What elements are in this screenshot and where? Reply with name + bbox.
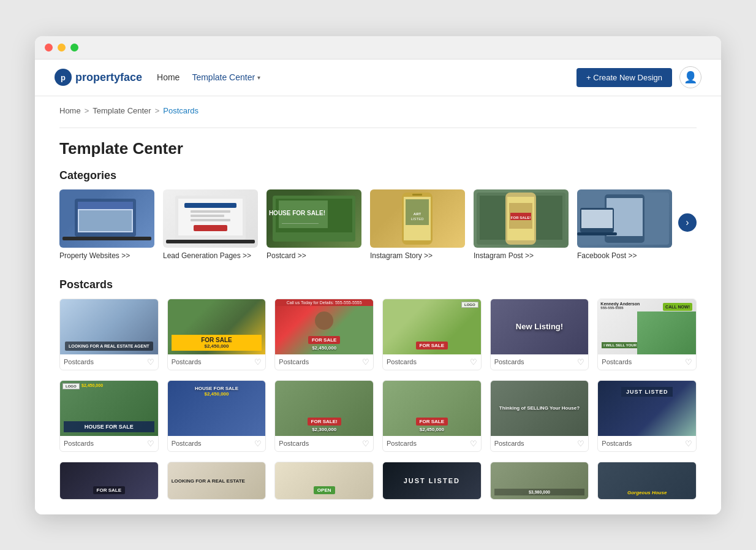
template-footer-3: Postcards ♡ bbox=[275, 354, 373, 370]
template-footer-2: Postcards ♡ bbox=[168, 354, 266, 370]
template-footer-10: Postcards ♡ bbox=[383, 436, 481, 451]
overlay-just-listed-bottom: JUST LISTED bbox=[404, 477, 460, 484]
template-card-14[interactable]: LOOKING FOR A REAL ESTATE bbox=[167, 462, 266, 500]
favorite-icon-5[interactable]: ♡ bbox=[577, 357, 584, 367]
category-lead-generation[interactable]: Lead Generation Pages >> bbox=[163, 189, 258, 260]
nav-home[interactable]: Home bbox=[157, 72, 180, 82]
favorite-icon-8[interactable]: ♡ bbox=[254, 439, 262, 448]
breadcrumb-template-center[interactable]: Template Center bbox=[93, 106, 151, 115]
template-card-13[interactable]: FOR SALE bbox=[59, 462, 159, 500]
favorite-icon-3[interactable]: ♡ bbox=[362, 357, 369, 367]
breadcrumb-sep-1: > bbox=[85, 106, 89, 115]
template-card-4[interactable]: LOGO FOR SALE Postcards ♡ bbox=[382, 299, 482, 370]
category-instagram-post[interactable]: FOR SALE! Instagram Post >> bbox=[474, 189, 569, 260]
template-card-7[interactable]: LOGO $2,450,000 HOUSE FOR SALE Postcards… bbox=[59, 380, 159, 452]
favorite-icon-12[interactable]: ♡ bbox=[685, 439, 692, 448]
overlay-new-listing: New Listing! bbox=[516, 322, 563, 331]
template-card-10[interactable]: FOR SALE $2,450,000 Postcards ♡ bbox=[382, 380, 482, 452]
category-property-websites[interactable]: Property Websites >> bbox=[59, 189, 154, 260]
template-card-1[interactable]: LOOKING FOR A REAL ESTATE AGENT Postcard… bbox=[59, 299, 159, 370]
favorite-icon-4[interactable]: ♡ bbox=[470, 357, 477, 367]
svg-rect-10 bbox=[191, 219, 230, 221]
template-label-11: Postcards bbox=[494, 440, 524, 447]
template-footer-11: Postcards ♡ bbox=[491, 436, 589, 451]
template-card-15[interactable]: OPEN bbox=[274, 462, 374, 500]
logo[interactable]: p propertyface bbox=[55, 69, 142, 86]
browser-titlebar bbox=[35, 36, 721, 59]
favorite-icon-1[interactable]: ♡ bbox=[147, 357, 154, 367]
favorite-icon-10[interactable]: ♡ bbox=[470, 439, 477, 448]
svg-rect-35 bbox=[581, 210, 613, 228]
overlay-looking-agent: LOOKING FOR A REAL ESTATE AGENT bbox=[65, 342, 153, 351]
svg-rect-17 bbox=[282, 223, 319, 224]
svg-text:HOUSE FOR SALE!: HOUSE FOR SALE! bbox=[269, 210, 325, 216]
template-card-11[interactable]: Thinking of SELLING Your House? Postcard… bbox=[490, 380, 589, 452]
template-footer-9: Postcards ♡ bbox=[275, 436, 373, 451]
template-label-3: Postcards bbox=[279, 358, 309, 365]
main-content: Home > Template Center > Postcards Templ… bbox=[35, 96, 721, 514]
template-label-9: Postcards bbox=[279, 440, 309, 447]
category-property-websites-img bbox=[59, 189, 154, 248]
category-instagram-story-img: ART LISTED bbox=[370, 189, 465, 248]
create-new-design-button[interactable]: + Create New Design bbox=[576, 68, 672, 87]
category-facebook-post[interactable]: Facebook Post >> bbox=[577, 189, 672, 260]
breadcrumb-home[interactable]: Home bbox=[59, 106, 81, 115]
maximize-dot[interactable] bbox=[70, 44, 78, 52]
template-card-12[interactable]: JUST LISTED Postcards ♡ bbox=[597, 380, 697, 452]
postcards-row-1: LOOKING FOR A REAL ESTATE AGENT Postcard… bbox=[59, 299, 697, 370]
svg-text:LISTED: LISTED bbox=[410, 217, 424, 221]
categories-next-button[interactable]: › bbox=[678, 213, 697, 232]
favorite-icon-9[interactable]: ♡ bbox=[362, 439, 369, 448]
template-label-5: Postcards bbox=[494, 358, 524, 365]
category-instagram-post-img: FOR SALE! bbox=[474, 189, 569, 248]
favorite-icon-6[interactable]: ♡ bbox=[685, 357, 692, 367]
favorite-icon-2[interactable]: ♡ bbox=[254, 357, 262, 367]
template-img-18: Gorgeous House bbox=[598, 462, 696, 499]
template-card-3[interactable]: Call us Today for Details: 555-555-5555 … bbox=[274, 299, 374, 370]
template-label-12: Postcards bbox=[602, 440, 632, 447]
breadcrumb-divider bbox=[59, 128, 697, 128]
template-img-7: LOGO $2,450,000 HOUSE FOR SALE bbox=[60, 381, 158, 436]
template-img-10: FOR SALE $2,450,000 bbox=[383, 381, 481, 436]
svg-rect-2 bbox=[78, 202, 133, 209]
navbar: p propertyface Home Template Center ▾ + … bbox=[35, 59, 721, 96]
template-card-9[interactable]: FOR SALE! $2,300,000 Postcards ♡ bbox=[274, 380, 374, 452]
svg-rect-8 bbox=[191, 210, 230, 213]
close-dot[interactable] bbox=[45, 44, 53, 52]
category-lead-generation-img bbox=[163, 189, 258, 248]
template-card-18[interactable]: Gorgeous House bbox=[597, 462, 697, 500]
postcards-section-title: Postcards bbox=[59, 278, 697, 291]
category-instagram-story-label: Instagram Story >> bbox=[370, 251, 465, 260]
svg-rect-36 bbox=[577, 232, 617, 235]
template-img-2: FOR SALE $2,450,000 bbox=[168, 299, 266, 354]
category-property-websites-label: Property Websites >> bbox=[59, 251, 154, 260]
template-label-4: Postcards bbox=[387, 358, 417, 365]
template-label-2: Postcards bbox=[172, 358, 202, 365]
template-card-17[interactable]: $3,980,000 bbox=[490, 462, 589, 500]
svg-rect-11 bbox=[194, 225, 227, 231]
favorite-icon-7[interactable]: ♡ bbox=[147, 439, 154, 448]
nav-right: + Create New Design 👤 bbox=[576, 66, 701, 88]
template-img-4: LOGO FOR SALE bbox=[383, 299, 481, 354]
overlay-thinking-selling: Thinking of SELLING Your House? bbox=[499, 405, 580, 411]
template-label-1: Postcards bbox=[64, 358, 94, 365]
call-now-badge: CALL NOW! bbox=[663, 303, 692, 311]
overlay-house-for-sale-7: HOUSE FOR SALE bbox=[64, 421, 154, 432]
template-card-6[interactable]: Kennedy Anderson 555-555-5555 CALL NOW! … bbox=[597, 299, 697, 370]
template-footer-7: Postcards ♡ bbox=[60, 436, 158, 451]
template-card-2[interactable]: FOR SALE $2,450,000 Postcards ♡ bbox=[167, 299, 266, 370]
favorite-icon-11[interactable]: ♡ bbox=[577, 439, 584, 448]
template-card-8[interactable]: HOUSE FOR SALE $2,450,000 Postcards ♡ bbox=[167, 380, 266, 452]
template-footer-8: Postcards ♡ bbox=[168, 436, 266, 451]
svg-rect-12 bbox=[166, 240, 255, 243]
template-card-5[interactable]: New Listing! Postcards ♡ bbox=[490, 299, 589, 370]
user-icon-button[interactable]: 👤 bbox=[679, 66, 701, 88]
template-img-12: JUST LISTED bbox=[598, 381, 696, 436]
category-postcard-img: HOUSE FOR SALE! bbox=[266, 189, 361, 248]
nav-template-center[interactable]: Template Center ▾ bbox=[192, 72, 260, 82]
template-card-16[interactable]: JUST LISTED bbox=[382, 462, 482, 500]
svg-rect-9 bbox=[191, 215, 224, 217]
category-postcard[interactable]: HOUSE FOR SALE! Postcard >> bbox=[266, 189, 361, 260]
minimize-dot[interactable] bbox=[58, 44, 66, 52]
category-instagram-story[interactable]: ART LISTED Instagram Story >> bbox=[370, 189, 465, 260]
